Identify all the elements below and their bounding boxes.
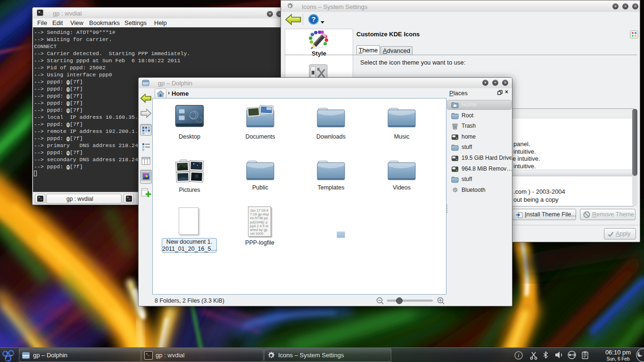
svg-text:?: ? — [311, 15, 315, 23]
svg-text:i: i — [518, 352, 519, 359]
